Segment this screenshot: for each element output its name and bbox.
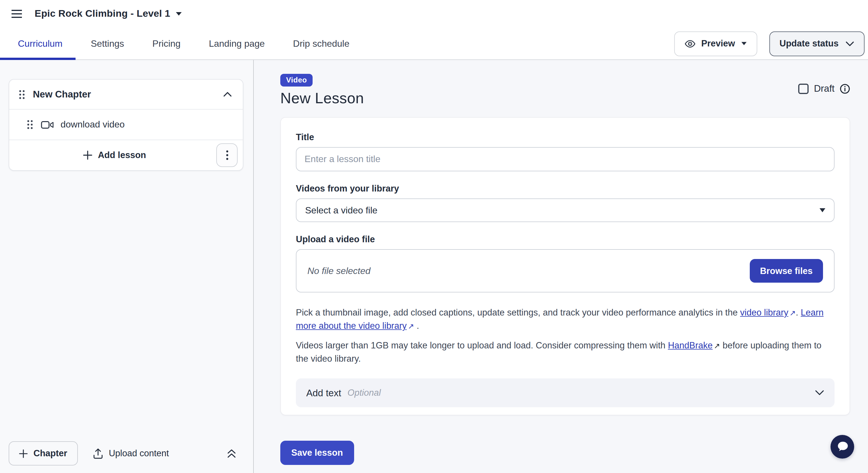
library-field-label: Videos from your library — [296, 183, 835, 194]
tab-pricing[interactable]: Pricing — [152, 38, 181, 49]
video-camera-icon — [41, 120, 54, 129]
upload-field-label: Upload a video file — [296, 234, 835, 245]
drag-handle-icon[interactable] — [19, 90, 25, 99]
caret-down-icon — [741, 42, 746, 45]
eye-icon — [685, 38, 695, 49]
title-field-label: Title — [296, 132, 835, 143]
video-library-help-text: Pick a thumbnail image, add closed capti… — [296, 306, 835, 333]
draft-toggle-group: Draft — [798, 83, 850, 94]
chevron-down-icon — [815, 390, 824, 396]
lesson-header: Video New Lesson Draft — [280, 74, 850, 107]
tab-bar: Curriculum Settings Pricing Landing page… — [0, 28, 868, 60]
page-title: New Lesson — [280, 89, 364, 107]
save-lesson-button[interactable]: Save lesson — [280, 441, 354, 465]
preview-label: Preview — [701, 38, 735, 49]
add-chapter-button[interactable]: Chapter — [9, 441, 78, 466]
help-text: Pick a thumbnail image, add closed capti… — [296, 308, 740, 317]
lesson-title: download video — [61, 119, 125, 130]
lesson-row[interactable]: download video — [9, 109, 243, 139]
draft-checkbox[interactable] — [798, 83, 809, 94]
sidebar-footer: Chapter Upload content — [0, 441, 253, 466]
plus-icon — [19, 449, 28, 458]
external-link-icon: ↗ — [789, 308, 796, 319]
kebab-icon — [226, 150, 228, 160]
chapter-menu-button[interactable] — [216, 143, 238, 167]
video-library-link[interactable]: video library↗ — [740, 308, 796, 317]
add-lesson-button[interactable]: Add lesson — [83, 150, 146, 160]
browse-files-button[interactable]: Browse files — [749, 259, 823, 283]
add-lesson-label: Add lesson — [98, 150, 146, 160]
update-status-label: Update status — [779, 38, 839, 49]
chevron-down-icon — [845, 41, 854, 46]
video-library-selected-value: Select a video file — [305, 205, 377, 216]
optional-label: Optional — [347, 388, 381, 398]
file-dropzone[interactable]: No file selected Browse files — [296, 249, 835, 292]
lesson-editor-main: Video New Lesson Draft Tit — [254, 60, 868, 473]
help-text: . — [414, 321, 419, 331]
tab-settings[interactable]: Settings — [91, 38, 124, 49]
chevron-up-icon[interactable] — [223, 92, 232, 97]
hamburger-glyph — [11, 10, 22, 18]
add-chapter-label: Chapter — [33, 448, 67, 459]
double-chevron-up-icon — [227, 449, 237, 458]
lesson-form-card: Title Videos from your library Select a … — [280, 117, 850, 415]
chapter-footer-row: Add lesson — [9, 139, 243, 170]
external-link-icon: ↗ — [714, 340, 720, 351]
compression-help-text: Videos larger than 1GB may take longer t… — [296, 338, 835, 365]
info-icon[interactable] — [840, 83, 850, 94]
plus-icon — [83, 151, 92, 160]
help-text: . — [796, 308, 801, 317]
external-link-icon: ↗ — [408, 321, 414, 332]
tabs: Curriculum Settings Pricing Landing page… — [0, 28, 349, 59]
course-title: Epic Rock Climbing - Level 1 — [35, 8, 170, 20]
lesson-title-input[interactable] — [296, 147, 835, 171]
chapter-title: New Chapter — [33, 89, 223, 100]
draft-label: Draft — [814, 83, 835, 94]
tab-landing-page[interactable]: Landing page — [209, 38, 265, 49]
caret-down-icon — [176, 12, 182, 15]
upload-icon — [93, 448, 103, 459]
lesson-heading-block: Video New Lesson — [280, 74, 364, 107]
no-file-text: No file selected — [307, 265, 371, 276]
select-caret-icon — [819, 208, 825, 212]
chapter-card: New Chapter download video — [9, 79, 243, 171]
upload-content-button[interactable]: Upload content — [93, 448, 169, 459]
add-text-section[interactable]: Add text Optional — [296, 378, 835, 407]
page-body: New Chapter download video — [0, 60, 868, 473]
tab-curriculum[interactable]: Curriculum — [18, 38, 63, 49]
course-switcher[interactable]: Epic Rock Climbing - Level 1 — [35, 8, 182, 20]
handbrake-link[interactable]: HandBrake — [668, 340, 713, 350]
tab-drip-schedule[interactable]: Drip schedule — [293, 38, 349, 49]
add-text-label: Add text — [306, 387, 341, 398]
drag-handle-icon[interactable] — [27, 120, 33, 129]
update-status-button[interactable]: Update status — [769, 31, 865, 56]
video-library-select[interactable]: Select a video file — [296, 198, 835, 222]
link-text: video library — [740, 308, 788, 317]
app-root: Epic Rock Climbing - Level 1 Curriculum … — [0, 0, 868, 473]
chat-widget-button[interactable] — [831, 435, 854, 459]
hamburger-menu-icon[interactable] — [9, 6, 24, 21]
active-tab-underline — [0, 58, 75, 60]
preview-button[interactable]: Preview — [674, 31, 757, 56]
upload-content-label: Upload content — [109, 448, 169, 459]
chapter-header-row[interactable]: New Chapter — [9, 80, 243, 109]
curriculum-sidebar: New Chapter download video — [0, 60, 254, 473]
add-downloads-section[interactable]: Add downloads Optional — [296, 415, 835, 415]
collapse-all-button[interactable] — [227, 449, 237, 458]
chat-bubble-icon — [836, 441, 849, 453]
lesson-type-badge: Video — [280, 74, 313, 87]
top-bar: Epic Rock Climbing - Level 1 — [0, 0, 868, 28]
header-actions: Preview Update status — [674, 31, 865, 56]
link-text: HandBrake — [668, 340, 713, 350]
help-text: Videos larger than 1GB may take longer t… — [296, 340, 668, 350]
